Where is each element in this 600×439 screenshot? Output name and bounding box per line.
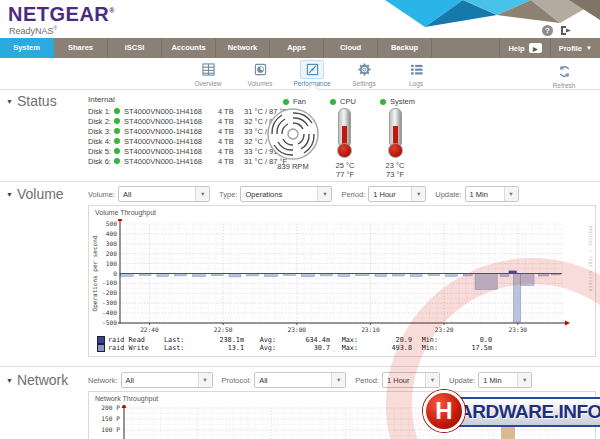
svg-text:23:10: 23:10 (361, 326, 380, 333)
disk-row: Disk 5:ST4000VN000-1H41684 TB33 °C / 91 … (88, 146, 287, 156)
volumes-icon (248, 60, 272, 79)
readynas-logo: ReadyNAS® (9, 25, 57, 36)
tab-profile[interactable]: Profile▼ (550, 38, 600, 58)
section-divider (0, 366, 600, 367)
network-section-header[interactable]: ▼ Network (6, 372, 68, 388)
select-period[interactable]: 1 Hour▼ (382, 372, 440, 388)
volume-section-header[interactable]: ▼ Volume (6, 186, 64, 202)
svg-text:23:00: 23:00 (287, 326, 306, 333)
svg-text:-400: -400 (102, 309, 117, 316)
logs-list-icon (404, 60, 428, 79)
tab-apps[interactable]: Apps (270, 38, 324, 58)
performance-icon (300, 60, 324, 79)
select-update[interactable]: 1 Min▼ (478, 372, 532, 388)
system-temp-f: 73 °F (372, 170, 418, 179)
disk-row: Disk 1:ST4000VN000-1H41684 TB31 °C / 87 … (88, 106, 287, 116)
svg-text:22:50: 22:50 (214, 326, 233, 333)
netgear-logo: NETGEAR® (8, 3, 115, 26)
volume-section-title: Volume (17, 186, 64, 202)
control-update: Update:1 Min▼ (449, 372, 532, 388)
subnav-label: Logs (409, 80, 423, 87)
legend-row: raid WriteLast:13.1Avg:30.7Max:493.8Min:… (97, 344, 492, 352)
cpu-temp-c: 25 °C (322, 161, 368, 170)
fan-status-dot (283, 99, 289, 105)
subnav-label: Volumes (248, 80, 273, 87)
disk-size: 4 TB (218, 147, 244, 156)
svg-text:500: 500 (106, 220, 117, 227)
svg-text:22:40: 22:40 (140, 326, 159, 333)
control-volume: Volume:All▼ (88, 186, 210, 202)
volume-throughput-chart: 5004003002001000-100-200-300-400-50022:4… (90, 219, 594, 334)
control-label: Volume: (88, 190, 115, 199)
svg-text:0: 0 (113, 270, 117, 277)
chevron-down-icon: ▼ (317, 187, 331, 201)
svg-text:150 P: 150 P (101, 415, 120, 422)
refresh-button[interactable]: Refresh (538, 62, 590, 89)
svg-text:-500: -500 (102, 319, 117, 326)
overview-icon (196, 60, 220, 79)
disk-row: Disk 6:ST4000VN000-1H41684 TB31 °C / 87 … (88, 156, 287, 166)
select-update[interactable]: 1 Min▼ (465, 186, 519, 202)
subnav-overview[interactable]: Overview (182, 60, 234, 87)
disk-row: Disk 3:ST4000VN000-1H41684 TB33 °C / 91 … (88, 126, 287, 136)
network-chart-panel: Network Throughput 200 P150 P100 PPacket… (88, 391, 596, 439)
control-protocol: Protocol:All▼ (222, 372, 347, 388)
tab-spacer (432, 38, 499, 58)
tab-accounts[interactable]: Accounts (162, 38, 216, 58)
subnav-logs[interactable]: Logs (390, 60, 442, 87)
select-period[interactable]: 1 Hour▼ (368, 186, 426, 202)
subnav-label: Overview (194, 80, 221, 87)
tab-shares[interactable]: Shares (54, 38, 108, 58)
control-network: Network:All▼ (88, 372, 213, 388)
subnav-volumes[interactable]: Volumes (234, 60, 286, 87)
cpu-label: CPU (340, 97, 356, 106)
tab-network[interactable]: Network (216, 38, 270, 58)
refresh-label: Refresh (553, 82, 576, 89)
chevron-down-icon: ▼ (411, 187, 425, 201)
disk-label: Disk 2: (88, 117, 114, 126)
select-type[interactable]: Operations▼ (240, 186, 332, 202)
logout-icon[interactable] (560, 25, 572, 36)
volume-chart-legend: raid ReadLast:238.1mAvg:634.4mMax:20.9Mi… (97, 336, 492, 352)
disk-size: 4 TB (218, 157, 244, 166)
control-period: Period:1 Hour▼ (355, 372, 440, 388)
legend-row: raid ReadLast:238.1mAvg:634.4mMax:20.9Mi… (97, 336, 492, 344)
chevron-down-icon: ▼ (425, 373, 439, 387)
system-temp-c: 23 °C (372, 161, 418, 170)
select-volume[interactable]: All▼ (118, 186, 210, 202)
panel-resize-grip[interactable]: ···· (333, 350, 352, 354)
svg-text:-200: -200 (102, 289, 117, 296)
svg-text:-100: -100 (102, 279, 117, 286)
disk-list: Disk 1:ST4000VN000-1H41684 TB31 °C / 87 … (88, 106, 287, 166)
tab-system[interactable]: System (0, 38, 54, 58)
tab-cloud[interactable]: Cloud (324, 38, 378, 58)
tab-help[interactable]: Help▶ (499, 38, 549, 58)
disk-model: ST4000VN000-1H4168 (124, 137, 218, 146)
disk-row: Disk 2:ST4000VN000-1H41684 TB32 °C / 89 … (88, 116, 287, 126)
disk-status-dot (114, 138, 120, 144)
network-throughput-chart: 200 P150 P100 PPackets per second (90, 405, 594, 439)
disk-label: Disk 6: (88, 157, 114, 166)
disk-status-dot (114, 108, 120, 114)
fan-status: Fan (283, 97, 306, 106)
select-protocol[interactable]: All▼ (254, 372, 346, 388)
disk-status-dot (114, 118, 120, 124)
disk-size: 4 TB (218, 137, 244, 146)
play-video-icon[interactable]: ▶ (529, 43, 542, 53)
subnav-settings[interactable]: Settings (338, 60, 390, 87)
tab-backup[interactable]: Backup (378, 38, 432, 58)
control-label: Protocol: (222, 376, 252, 385)
status-section-header[interactable]: ▼ Status (6, 93, 57, 109)
help-icon[interactable]: ? (542, 25, 553, 36)
system-status-dot (380, 99, 386, 105)
tab-iscsi[interactable]: iSCSI (108, 38, 162, 58)
svg-text:-300: -300 (102, 299, 117, 306)
control-label: Network: (88, 376, 118, 385)
section-divider (0, 181, 600, 182)
svg-text:23:20: 23:20 (435, 326, 454, 333)
select-network[interactable]: All▼ (121, 372, 213, 388)
system-status: System (380, 97, 415, 106)
disk-status-dot (114, 148, 120, 154)
cpu-temp-f: 77 °F (322, 170, 368, 179)
disk-label: Disk 4: (88, 137, 114, 146)
